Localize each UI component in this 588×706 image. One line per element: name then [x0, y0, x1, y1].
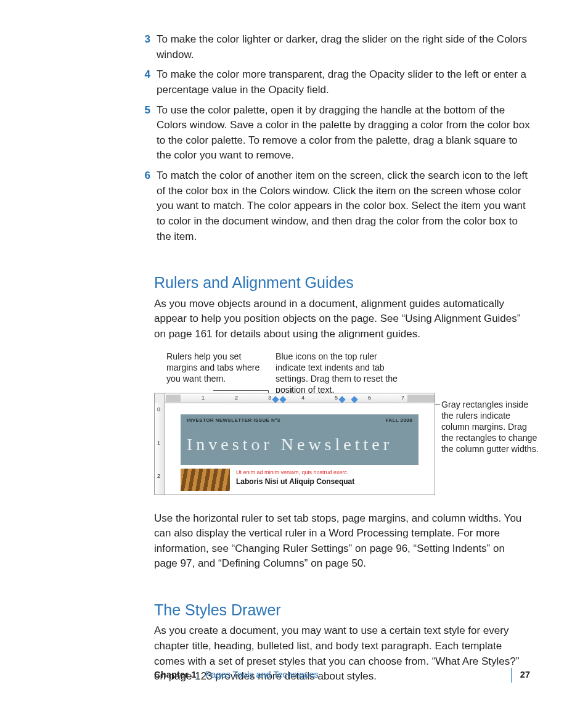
step-4: 4 To make the color more transparent, dr…	[154, 67, 530, 97]
ruler-tick: 1	[202, 394, 205, 402]
step-text: To match the color of another item on th…	[157, 168, 530, 244]
step-number: 5	[139, 103, 150, 164]
tab-marker-icon	[279, 396, 286, 403]
step-3: 3 To make the color lighter or darker, d…	[154, 32, 530, 62]
ruler-tick: 5	[335, 394, 338, 402]
rulers-figure: Rulers help you set margins and tabs whe…	[149, 351, 530, 498]
footer-divider	[511, 668, 512, 683]
article-thumbnail	[181, 469, 230, 491]
step-number: 6	[139, 168, 150, 244]
vertical-ruler: 0 1 2	[155, 403, 165, 495]
column-margin-indicator	[407, 395, 435, 402]
indent-marker-icon	[272, 396, 279, 403]
banner-date: FALL 2008	[386, 417, 412, 424]
step-5: 5 To use the color palette, open it by d…	[154, 103, 530, 164]
footer-title: Pages Tools and Techniques	[205, 668, 319, 681]
ruler-tick: 3	[268, 394, 271, 402]
banner-title: Investor Newsletter	[187, 432, 412, 458]
footer-page-number: 27	[520, 668, 530, 681]
article-headline: Laboris Nisi ut Aliquip Consequat	[236, 477, 354, 487]
ruler-tick: 2	[157, 472, 160, 480]
callout-rulers-mid: Blue icons on the top ruler indicate tex…	[276, 351, 405, 396]
heading-rulers: Rulers and Alignment Guides	[154, 271, 530, 293]
horizontal-ruler: 0 1 2 3 4 5 6 7	[155, 393, 435, 403]
ruler-tick: 6	[368, 394, 371, 402]
column-margin-indicator	[166, 395, 181, 402]
banner-issue: INVESTOR NEWSLETTER ISSUE N°3	[187, 417, 280, 424]
ruler-corner	[155, 393, 165, 403]
step-text: To make the color more transparent, drag…	[157, 67, 530, 97]
leader-line	[435, 404, 440, 404]
step-number: 4	[139, 67, 150, 97]
rulers-after: Use the horizontal ruler to set tab stop…	[154, 511, 530, 572]
leader-line	[213, 390, 269, 391]
step-text: To use the color palette, open it by dra…	[157, 103, 530, 164]
rulers-intro: As you move objects around in a document…	[154, 297, 530, 342]
callout-rulers-left: Rulers help you set margins and tabs whe…	[166, 351, 271, 385]
ruler-tick: 2	[235, 394, 238, 402]
page-footer: Chapter 1 Pages Tools and Techniques 27	[0, 668, 588, 683]
newsletter-banner: INVESTOR NEWSLETTER ISSUE N°3 FALL 2008 …	[181, 414, 419, 465]
heading-styles-drawer: The Styles Drawer	[154, 599, 530, 621]
ruler-tick: 1	[157, 439, 160, 447]
footer-chapter: Chapter 1	[154, 668, 197, 681]
article-subhead: Ut enim ad minim veniam, quis nostrud ex…	[236, 469, 354, 477]
article-row: Ut enim ad minim veniam, quis nostrud ex…	[181, 469, 419, 491]
step-6: 6 To match the color of another item on …	[154, 168, 530, 244]
ruler-tick: 4	[301, 394, 304, 402]
step-number: 3	[139, 32, 150, 62]
ruler-tick: 0	[157, 406, 160, 414]
ruler-screenshot: 0 1 2 3 4 5 6 7 0 1 2	[154, 393, 435, 495]
indent-marker-icon	[351, 396, 357, 403]
tab-marker-icon	[338, 396, 345, 403]
step-text: To make the color lighter or darker, dra…	[157, 32, 530, 62]
callout-rulers-right: Gray rectangles inside the rulers indica…	[441, 399, 540, 455]
document-preview: INVESTOR NEWSLETTER ISSUE N°3 FALL 2008 …	[165, 403, 435, 495]
ruler-tick: 7	[401, 394, 404, 402]
